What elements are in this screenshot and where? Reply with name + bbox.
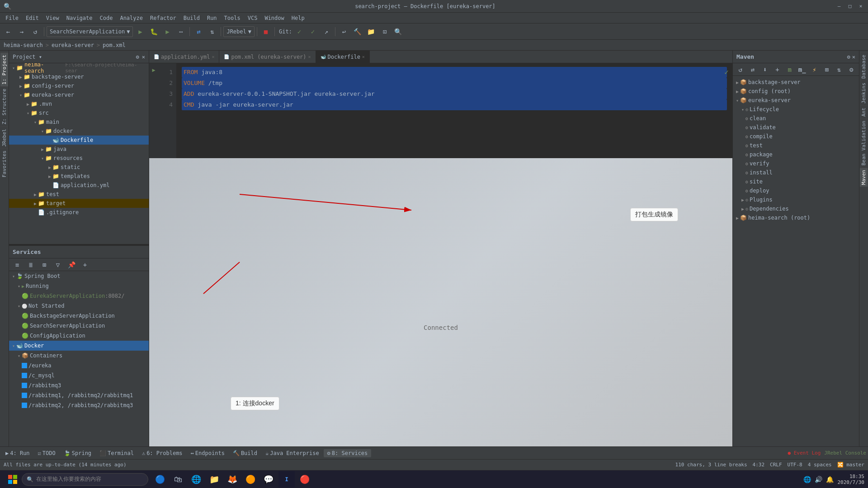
menu-file[interactable]: File [2,14,22,22]
menu-code[interactable]: Code [96,14,117,22]
svc-search-app[interactable]: 🟢 SearchServerApplication [9,321,149,331]
side-tab-database[interactable]: Database [860,52,868,80]
maven-reload2[interactable]: ⇄ [747,63,758,76]
tree-target[interactable]: ▶ 📁 target [9,199,149,208]
bottom-tab-todo[interactable]: ☑ TODO [34,449,59,457]
maven-heima[interactable]: ▶ 📦 heima-search (root) [733,213,859,222]
run-coverage[interactable]: ▶ [161,25,174,38]
svc-container-rabbit2[interactable]: /rabbitmq2, /rabbitmq2/rabbitmq3 [9,400,149,410]
toolbar-folder[interactable]: 📁 [365,25,377,38]
menu-view[interactable]: View [42,14,63,22]
maven-verify[interactable]: ⚙ verify [733,159,859,168]
git-check[interactable]: ✓ [293,25,306,38]
maven-test[interactable]: ⚙ test [733,141,859,150]
minimize-button[interactable]: — [835,3,843,10]
maven-lightning[interactable]: ⚡ [809,63,820,76]
debug-button[interactable]: 🐛 [147,25,160,38]
menu-navigate[interactable]: Navigate [63,14,96,22]
menu-refactor[interactable]: Refactor [146,14,180,22]
tray-volume[interactable]: 🔊 [815,476,822,483]
svc-container-eureka[interactable]: /eureka [9,361,149,371]
svc-add[interactable]: + [79,258,91,271]
project-close-icon[interactable]: ✕ [142,54,145,60]
toolbar-search[interactable]: 🔍 [392,25,405,38]
bottom-tab-problems[interactable]: ⚠ 6: Problems [138,449,186,457]
tree-static[interactable]: ▶ 📁 static [9,163,149,172]
bottom-tab-build[interactable]: 🔨 Build [229,449,261,457]
svc-backstage-app[interactable]: 🟢 BackstageServerApplication [9,311,149,321]
toolbar-sync[interactable]: ⇄ [192,25,205,38]
breadcrumb-root[interactable]: heima-search [4,42,43,48]
tree-dockerfile[interactable]: 🐋 Dockerfile [9,136,149,145]
tab-appyml[interactable]: 📄 application.yml ✕ [149,51,219,63]
taskbar-app-ie[interactable]: 🌐 [188,471,204,488]
event-log-label[interactable]: ● Event Log [788,450,821,456]
side-tab-jenkins[interactable]: Jenkins [860,80,868,105]
tree-backstage[interactable]: ▶ 📁 backstage-server [9,72,149,81]
svc-docker[interactable]: ▾ 🐋 Docker [9,341,149,351]
taskbar-app-cortana[interactable]: 🔵 [152,471,168,488]
maven-package[interactable]: ⚙ package [733,150,859,159]
menu-run[interactable]: Run [203,14,221,22]
svc-filter[interactable]: ▽ [52,258,64,271]
maven-validate[interactable]: ⚙ validate [733,123,859,132]
menu-tools[interactable]: Tools [221,14,244,22]
maven-compile[interactable]: ⚙ compile [733,132,859,141]
maven-deploy[interactable]: ⚙ deploy [733,186,859,195]
svc-expand-all[interactable]: ≣ [24,258,37,271]
svc-collapse-all[interactable]: ≡ [11,258,24,271]
project-settings-icon[interactable]: ⚙ [136,54,139,60]
taskbar-app-idea[interactable]: I [278,471,295,488]
menu-build[interactable]: Build [180,14,203,22]
run-button[interactable]: ▶ [134,25,146,38]
toolbar-sync2[interactable]: ⇅ [206,25,218,38]
menu-window[interactable]: Window [261,14,288,22]
menu-edit[interactable]: Edit [22,14,42,22]
taskbar-app-folder[interactable]: 📁 [206,471,222,488]
side-tab-project[interactable]: 1: Project [0,52,8,86]
side-tab-structure[interactable]: Z: Structure [0,86,8,126]
svc-pin[interactable]: 📌 [65,258,78,271]
tree-mvn[interactable]: ▶ 📁 .mvn [9,99,149,108]
maven-settings2[interactable]: ⚙ [846,63,857,76]
svc-not-started[interactable]: ▾ ⚪ Not Started [9,301,149,311]
git-check2[interactable]: ✓ [307,25,319,38]
taskbar-app-firefox[interactable]: 🦊 [224,471,241,488]
side-tab-favorites[interactable]: Favorites [0,148,8,179]
maven-columns[interactable]: ⊞ [821,63,832,76]
svc-container-rabbit1[interactable]: /rabbitmq1, /rabbitmq2/rabbitmq1 [9,390,149,400]
tree-resources[interactable]: ▾ 📁 resources [9,154,149,163]
tree-java[interactable]: ▶ 📁 java [9,145,149,154]
maven-settings-icon[interactable]: ⚙ [847,54,850,60]
bottom-tab-run[interactable]: ▶ 4: Run [2,449,33,457]
toolbar-copy[interactable]: ⊡ [378,25,391,38]
git-push[interactable]: ↗ [320,25,333,38]
maven-close-icon[interactable]: ✕ [852,54,855,60]
maven-clean[interactable]: ⚙ clean [733,114,859,123]
toolbar-forward[interactable]: → [15,25,28,38]
svc-container-mysql[interactable]: /c_mysql [9,371,149,380]
bottom-tab-terminal[interactable]: ⬛ Terminal [96,449,137,457]
code-area[interactable]: FROM java:8 VOLUME /tmp ADD eureka-serve… [176,63,732,158]
tree-docker[interactable]: ▾ 📁 docker [9,127,149,136]
side-tab-bean[interactable]: Bean Validation [860,118,868,167]
maven-config[interactable]: ▶ 📦 config (root) [733,87,859,96]
svc-group[interactable]: ⊞ [38,258,51,271]
toolbar-back[interactable]: ← [2,25,14,38]
maven-run[interactable]: m [784,63,795,76]
tree-src[interactable]: ▾ 📁 src [9,108,149,117]
tree-templates[interactable]: ▶ 📁 templates [9,172,149,181]
maven-expand[interactable]: ⇅ [833,63,844,76]
tray-notification[interactable]: 🔔 [826,476,834,483]
maven-install[interactable]: ⚙ install [733,168,859,177]
bottom-tab-services[interactable]: ⚙ 8: Services [324,449,372,457]
menu-vcs[interactable]: VCS [244,14,261,22]
taskbar-search[interactable]: 🔍 在这里输入你要搜索的内容 [22,473,148,486]
svc-running[interactable]: ▾ ▶ Running [9,281,149,291]
maven-download[interactable]: ⬇ [760,63,771,76]
side-tab-ant[interactable]: Ant [860,105,868,118]
tab-pomxml-close[interactable]: ✕ [308,54,311,59]
svc-container-rabbit3[interactable]: /rabbitmq3 [9,380,149,390]
tree-gitignore[interactable]: 📄 .gitignore [9,208,149,217]
jrebel-console-label[interactable]: JRebel Console [824,450,866,456]
